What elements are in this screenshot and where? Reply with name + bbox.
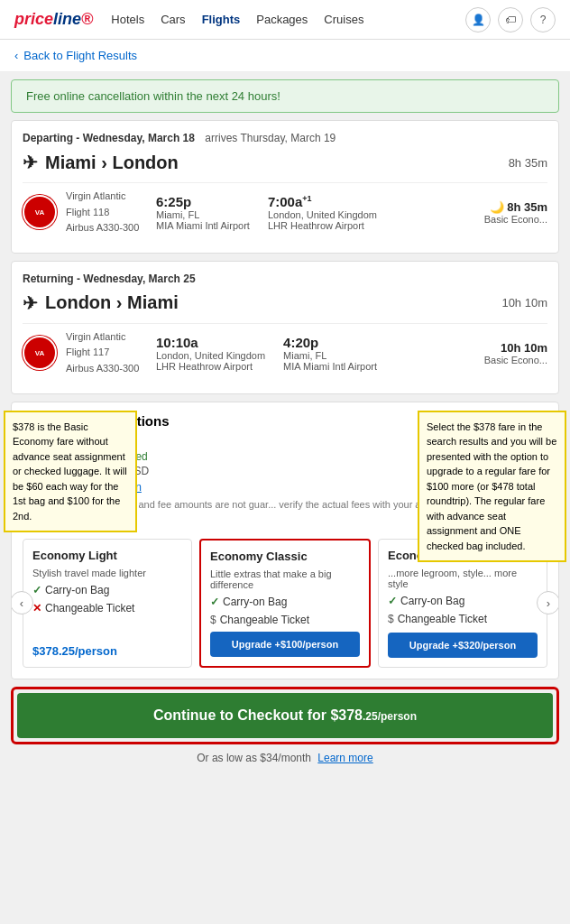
nav-links: Hotels Cars Flights Packages Cruises [111, 13, 465, 26]
carry-on-label: Carry-on Bag [45, 584, 109, 596]
upgrade-classic-btn[interactable]: Upgrade +$100/person [210, 632, 360, 657]
back-link[interactable]: ‹ Back to Flight Results [0, 40, 570, 72]
departing-times: 6:25p Miami, FL MIA Miami Intl Airport 7… [156, 194, 475, 231]
navigation: priceline® Hotels Cars Flights Packages … [0, 0, 570, 40]
departing-aircraft: Airbus A330-300 [66, 220, 147, 236]
fare-annotation-wrapper: $378 is the Basic Economy fare without a… [0, 402, 570, 679]
returning-depart-block: 10:10a London, United Kingdom LHR Heathr… [156, 335, 265, 372]
returning-depart-airport: LHR Heathrow Airport [156, 361, 265, 372]
departing-flight-card: Departing - Wednesday, March 18 arrives … [11, 120, 559, 254]
arriving-airport: LHR Heathrow Airport [268, 220, 377, 231]
returning-depart-time: 10:10a [156, 335, 265, 350]
booking-icon[interactable]: 🏷 [498, 7, 523, 32]
cancellation-banner: Free online cancellation within the next… [11, 79, 559, 113]
monthly-text: Or as low as $34/month Learn more [0, 752, 570, 764]
returning-airline-name: Virgin Atlantic [66, 329, 147, 346]
returning-route-text: London › Miami [45, 292, 179, 313]
monthly-label: Or as low as $34/month [197, 752, 311, 764]
nav-cruises[interactable]: Cruises [324, 13, 363, 26]
annotation-right-box: Select the $378 fare in the search resul… [418, 411, 566, 563]
departing-airport: MIA Miami Intl Airport [156, 220, 250, 231]
returning-airline-info: Virgin Atlantic Flight 117 Airbus A330-3… [66, 329, 147, 377]
returning-route-row: ✈ London › Miami 10h 10m [23, 292, 547, 314]
back-link-text: Back to Flight Results [23, 49, 137, 62]
departing-route-name: ✈ Miami › London [23, 152, 179, 173]
annotation-left-text: $378 is the Basic Economy fare without a… [13, 421, 127, 522]
returning-duration: 10h 10m [501, 296, 547, 310]
dollar-icon-3: $ [388, 613, 394, 625]
account-icon[interactable]: 👤 [465, 7, 491, 32]
carry-on-label-3: Carry-on Bag [400, 595, 464, 607]
arriving-city: London, United Kingdom [268, 209, 377, 220]
changeable-label-2: Changeable Ticket [220, 614, 309, 626]
departing-route-row: ✈ Miami › London 8h 35m [23, 152, 547, 173]
fare-card-classic-name: Economy Classic [210, 550, 360, 563]
fare-cards-next[interactable]: › [537, 591, 559, 614]
plane-icon: ✈ [23, 152, 38, 173]
fare-card-classic: Economy Classic Little extras that make … [199, 539, 371, 668]
departing-airline-info: Virgin Atlantic Flight 118 Airbus A330-3… [66, 189, 147, 236]
fare-card-light-name: Economy Light [32, 549, 182, 562]
departing-time: 6:25p [156, 194, 250, 209]
help-icon[interactable]: ? [530, 7, 556, 32]
annotation-right-text: Select the $378 fare in the search resul… [427, 421, 556, 551]
dollar-icon: $ [210, 614, 216, 626]
arriving-time: 7:00a+1 [268, 194, 377, 209]
logo: priceline® [14, 10, 93, 29]
learn-more-link[interactable]: Learn more [317, 752, 372, 764]
departing-flight-number: Flight 118 [66, 205, 147, 221]
cancellation-text: Free online cancellation within the next… [26, 89, 280, 103]
returning-fare-class: Basic Econo... [484, 355, 547, 365]
returning-flight-number: Flight 117 [66, 345, 147, 361]
fare-feature-changeable: ✕ Changeable Ticket [32, 602, 182, 614]
returning-route-name: ✈ London › Miami [23, 292, 179, 314]
x-icon: ✕ [32, 602, 41, 614]
departing-label: Departing - Wednesday, March 18 [23, 132, 195, 144]
arriving-time-block: 7:00a+1 London, United Kingdom LHR Heath… [268, 194, 377, 231]
checkout-outer: Continue to Checkout for $378.25/person [11, 687, 559, 744]
fare-feature-carry-on: ✓ Carry-on Bag [32, 584, 182, 596]
checkout-text: Continue to Checkout for $378 [153, 707, 363, 723]
check-icon-2: ✓ [210, 596, 219, 608]
returning-flight-duration: 10h 10m [484, 341, 547, 355]
departing-airline-name: Virgin Atlantic [66, 189, 147, 205]
nav-packages[interactable]: Packages [256, 13, 308, 26]
departing-fare-class: Basic Econo... [484, 214, 547, 225]
returning-header: Returning - Wednesday, March 25 [23, 273, 547, 285]
departing-header: Departing - Wednesday, March 18 arrives … [23, 132, 547, 144]
fare-feature-carry-on-3: ✓ Carry-on Bag [388, 595, 538, 607]
fare-cards-prev[interactable]: ‹ [11, 591, 33, 614]
returning-airline-logo: VA [23, 336, 57, 370]
returning-arrive-airport: MIA Miami Intl Airport [283, 361, 377, 372]
returning-aircraft: Airbus A330-300 [66, 361, 147, 377]
fare-feature-changeable-3: $ Changeable Ticket [388, 613, 538, 625]
fare-card-light-desc: Stylish travel made lighter [32, 568, 182, 578]
returning-arrive-time: 4:20p [283, 335, 377, 350]
departing-duration: 8h 35m [509, 156, 547, 170]
fare-card-light-price: $378.25/person [32, 644, 182, 658]
returning-label: Returning - Wednesday, March 25 [23, 273, 196, 285]
returning-times: 10:10a London, United Kingdom LHR Heathr… [156, 335, 475, 372]
fare-card-classic-desc: Little extras that make a big difference [210, 568, 360, 590]
checkout-button[interactable]: Continue to Checkout for $378.25/person [17, 693, 553, 738]
nav-hotels[interactable]: Hotels [111, 13, 144, 26]
check-icon-3: ✓ [388, 595, 397, 607]
plane-return-icon: ✈ [23, 292, 38, 314]
fare-card-light: Economy Light Stylish travel made lighte… [23, 539, 192, 668]
returning-depart-city: London, United Kingdom [156, 350, 265, 361]
fare-feature-carry-on-2: ✓ Carry-on Bag [210, 596, 360, 608]
back-chevron: ‹ [14, 49, 18, 62]
returning-arrive-city: Miami, FL [283, 350, 377, 361]
changeable-label-3: Changeable Ticket [398, 613, 487, 625]
check-icon: ✓ [32, 584, 41, 596]
carry-on-label-2: Carry-on Bag [223, 596, 287, 608]
annotation-left-box: $378 is the Basic Economy fare without a… [4, 411, 137, 533]
nav-cars[interactable]: Cars [161, 13, 185, 26]
arrives-label: arrives Thursday, March 19 [205, 132, 336, 144]
upgrade-delight-btn[interactable]: Upgrade +$320/person [388, 633, 538, 658]
nav-flights[interactable]: Flights [202, 13, 241, 26]
returning-arrive-block: 4:20p Miami, FL MIA Miami Intl Airport [283, 335, 377, 372]
returning-detail-row: VA Virgin Atlantic Flight 117 Airbus A33… [23, 323, 547, 383]
departing-flight-right: 🌙 8h 35m Basic Econo... [484, 200, 547, 225]
returning-flight-card: Returning - Wednesday, March 25 ✈ London… [11, 261, 559, 394]
